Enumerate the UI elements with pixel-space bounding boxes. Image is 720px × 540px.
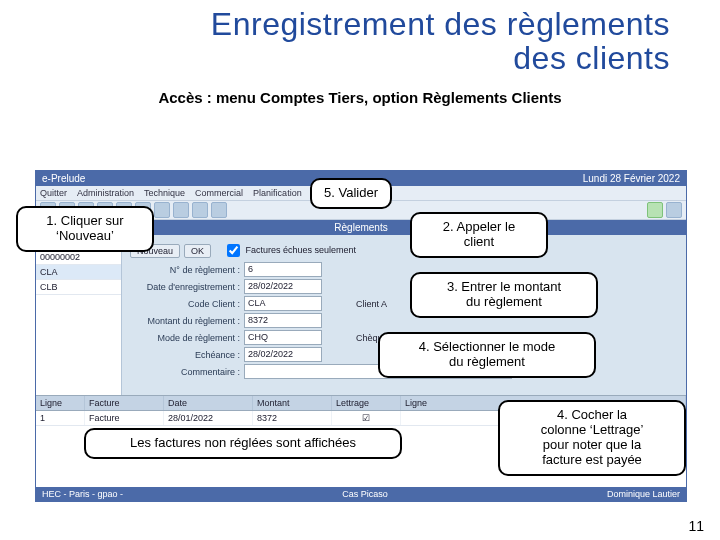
title-line1: Enregistrement des règlements [211, 6, 670, 42]
callout-step1: 1. Cliquer sur ‘Nouveau’ [16, 206, 154, 252]
left-list[interactable]: 00000001 00000002 CLA CLB [36, 235, 122, 395]
app-date: Lundi 28 Février 2022 [583, 173, 680, 184]
statusbar: HEC - Paris - gpao -Cas PicasoDominique … [36, 487, 686, 501]
app-name: e-Prelude [42, 173, 85, 184]
tool-icon[interactable] [154, 202, 170, 218]
echeance-field[interactable]: 28/02/2022 [244, 347, 322, 362]
callout-step5: 5. Valider [310, 178, 392, 209]
tool-icon[interactable] [192, 202, 208, 218]
factures-echues-checkbox[interactable] [227, 244, 240, 257]
callout-step4-check: 4. Cocher la colonne ‘Lettrage’ pour not… [498, 400, 686, 476]
tool-icon[interactable] [666, 202, 682, 218]
callout-step4-select: 4. Sélectionner le mode du règlement [378, 332, 596, 378]
callout-factures: Les factures non réglées sont affichées [84, 428, 402, 459]
ok-button[interactable]: OK [184, 244, 211, 258]
tool-icon[interactable] [173, 202, 189, 218]
date-field[interactable]: 28/02/2022 [244, 279, 322, 294]
montant-field[interactable]: 8372 [244, 313, 322, 328]
validate-icon[interactable] [647, 202, 663, 218]
callout-step2: 2. Appeler le client [410, 212, 548, 258]
tool-icon[interactable] [211, 202, 227, 218]
slide-subtitle: Accès : menu Comptes Tiers, option Règle… [0, 89, 720, 106]
reg-number-field[interactable]: 6 [244, 262, 322, 277]
title-line2: des clients [513, 40, 670, 76]
callout-step3: 3. Entrer le montant du règlement [410, 272, 598, 318]
mode-field[interactable]: CHQ [244, 330, 322, 345]
slide-title: Enregistrement des règlements des client… [0, 0, 720, 75]
client-code-field[interactable]: CLA [244, 296, 322, 311]
page-number: 11 [688, 518, 704, 534]
